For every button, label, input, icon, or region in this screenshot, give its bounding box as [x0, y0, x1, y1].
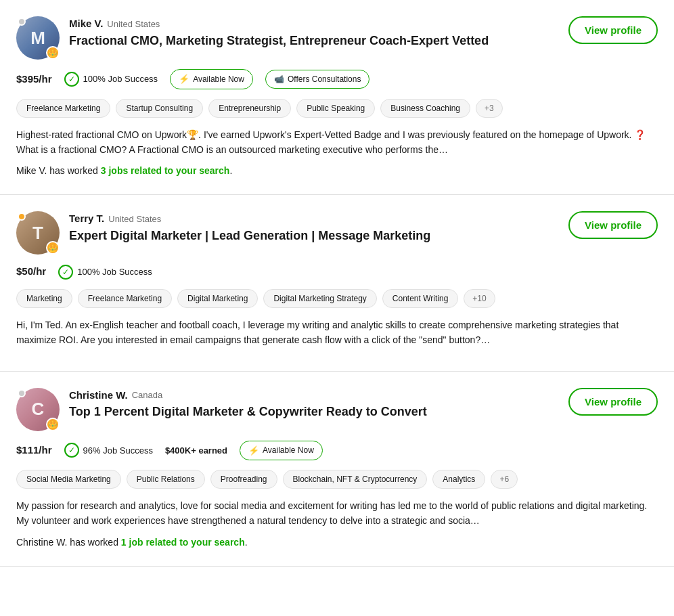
name-line: Christine W. Canada	[69, 388, 427, 403]
related-jobs: Mike V. has worked 3 jobs related to you…	[16, 164, 658, 178]
lightning-icon: ⚡	[248, 444, 259, 458]
available-now-badge: ⚡ Available Now	[240, 441, 323, 461]
expert-badge: 👑	[46, 46, 60, 60]
badge-icon: 👑	[48, 242, 58, 254]
person-title: Expert Digital Marketer | Lead Generatio…	[69, 228, 430, 244]
person-info-section: C 👑 Christine W. Canada Top 1 Percent Di…	[16, 388, 427, 431]
badge-icon: 👑	[48, 418, 58, 430]
tags-more: +3	[476, 99, 503, 118]
card-header: M 👑 Mike V. United States Fractional CMO…	[16, 16, 658, 60]
view-profile-button[interactable]: View profile	[568, 16, 658, 44]
badge-label: Available Now	[263, 444, 314, 456]
skill-tag: Business Coaching	[380, 99, 470, 118]
earned-amount: $400K+ earned	[165, 444, 227, 458]
hourly-rate: $111/hr	[16, 443, 52, 458]
person-info-section: T 👑 Terry T. United States Expert Digita…	[16, 211, 430, 255]
skill-tag: Content Writing	[382, 289, 458, 308]
tags-row: MarketingFreelance MarketingDigital Mark…	[16, 289, 658, 308]
tags-more: +6	[491, 470, 518, 489]
skill-tag: Freelance Marketing	[16, 99, 110, 118]
person-location: United States	[107, 18, 160, 31]
related-jobs-link[interactable]: 3 jobs related to your search	[101, 165, 230, 176]
skill-tag: Digital Marketing Strategy	[263, 289, 376, 308]
job-success-label: 100% Job Success	[83, 72, 158, 86]
badge-label: Offers Consultations	[288, 73, 361, 85]
description: Hi, I'm Ted. An ex-English teacher and f…	[16, 317, 658, 348]
description: Highest-rated fractional CMO on Upwork🏆.…	[16, 127, 658, 158]
consultations-badge: 📹 Offers Consultations	[265, 70, 370, 89]
skill-tag: Startup Consulting	[116, 99, 203, 118]
view-profile-button[interactable]: View profile	[568, 388, 658, 416]
skill-tag: Digital Marketing	[177, 289, 258, 308]
skill-tag: Social Media Marketing	[16, 470, 121, 489]
card-header: C 👑 Christine W. Canada Top 1 Percent Di…	[16, 388, 658, 431]
job-success-icon: ✓	[64, 443, 79, 458]
skill-tag: Entrepreneurship	[208, 99, 291, 118]
skill-tag: Blockchain, NFT & Cryptocurrency	[283, 470, 428, 489]
tags-row: Freelance MarketingStartup ConsultingEnt…	[16, 99, 658, 118]
job-success: ✓ 100% Job Success	[58, 265, 152, 280]
related-jobs: Christine W. has worked 1 job related to…	[16, 535, 658, 550]
related-jobs-link[interactable]: 1 job related to your search	[121, 537, 245, 548]
person-info-section: M 👑 Mike V. United States Fractional CMO…	[16, 16, 489, 60]
meta-row: $50/hr ✓ 100% Job Success	[16, 264, 658, 280]
skill-tag: Analytics	[432, 470, 485, 489]
video-icon: 📹	[274, 73, 284, 85]
card-mike: M 👑 Mike V. United States Fractional CMO…	[0, 0, 674, 195]
person-details: Christine W. Canada Top 1 Percent Digita…	[69, 388, 427, 420]
available-now-badge: ⚡ Available Now	[170, 69, 253, 89]
skill-tag: Marketing	[16, 289, 72, 308]
badge-label: Available Now	[193, 73, 244, 85]
card-terry: T 👑 Terry T. United States Expert Digita…	[0, 195, 674, 371]
lightning-icon: ⚡	[179, 72, 189, 86]
person-name: Terry T.	[69, 211, 104, 227]
person-name: Mike V.	[69, 16, 103, 32]
person-details: Terry T. United States Expert Digital Ma…	[69, 211, 430, 244]
person-details: Mike V. United States Fractional CMO, Ma…	[69, 16, 489, 49]
hourly-rate: $50/hr	[16, 264, 46, 280]
job-success-icon: ✓	[64, 72, 79, 87]
description: My passion for research and analytics, l…	[16, 498, 658, 529]
avatar-wrap: T 👑	[16, 211, 60, 255]
avatar-wrap: M 👑	[16, 16, 60, 60]
skill-tag: Proofreading	[210, 470, 277, 489]
job-success-icon: ✓	[58, 265, 73, 280]
person-location: United States	[108, 213, 161, 226]
expert-badge: 👑	[46, 241, 60, 255]
person-location: Canada	[132, 389, 163, 402]
meta-row: $111/hr ✓ 96% Job Success $400K+ earned …	[16, 441, 658, 461]
card-christine: C 👑 Christine W. Canada Top 1 Percent Di…	[0, 372, 674, 567]
expert-badge: 👑	[46, 418, 60, 431]
skill-tag: Public Speaking	[296, 99, 375, 118]
person-name: Christine W.	[69, 388, 128, 403]
skill-tag: Public Relations	[127, 470, 205, 489]
name-line: Mike V. United States	[69, 16, 489, 32]
job-success-label: 96% Job Success	[83, 444, 153, 458]
job-success: ✓ 96% Job Success	[64, 443, 153, 458]
name-line: Terry T. United States	[69, 211, 430, 227]
meta-row: $395/hr ✓ 100% Job Success ⚡ Available N…	[16, 69, 658, 89]
avatar-wrap: C 👑	[16, 388, 60, 431]
hourly-rate: $395/hr	[16, 72, 52, 87]
badge-icon: 👑	[48, 47, 58, 59]
status-dot	[18, 18, 26, 26]
job-success-label: 100% Job Success	[77, 265, 152, 279]
tags-more: +10	[464, 289, 495, 308]
person-title: Top 1 Percent Digital Marketer & Copywri…	[69, 404, 427, 420]
tags-row: Social Media MarketingPublic RelationsPr…	[16, 470, 658, 489]
view-profile-button[interactable]: View profile	[568, 211, 658, 239]
skill-tag: Freelance Marketing	[78, 289, 172, 308]
card-header: T 👑 Terry T. United States Expert Digita…	[16, 211, 658, 255]
status-dot	[18, 389, 26, 397]
job-success: ✓ 100% Job Success	[64, 72, 158, 87]
person-title: Fractional CMO, Marketing Strategist, En…	[69, 33, 489, 49]
